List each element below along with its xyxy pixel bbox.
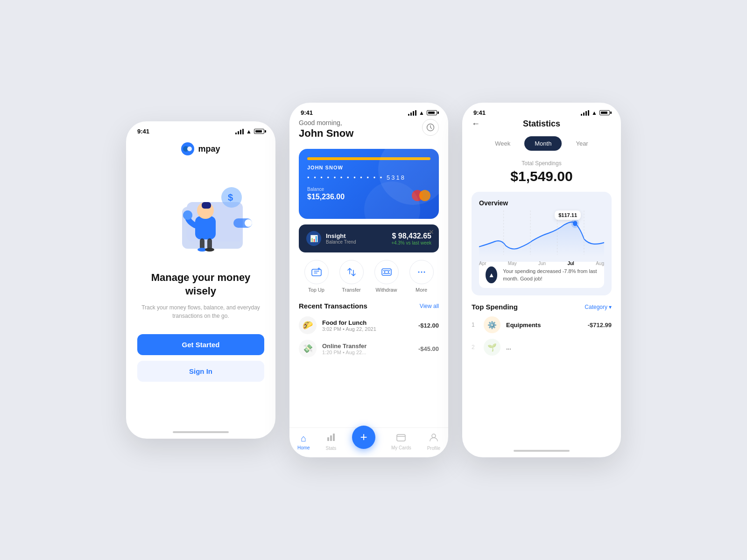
chart-label-jun: Jun (538, 261, 546, 266)
card-balance-label: Balance (307, 187, 345, 192)
svg-rect-29 (397, 434, 405, 441)
category-filter-label: Category (585, 304, 607, 310)
stats-header-row: ← Statistics (472, 119, 612, 129)
transfer-icon (339, 260, 364, 284)
profile-nav-icon (429, 433, 438, 444)
greeting-large: John Snow (299, 127, 353, 140)
qa-withdraw[interactable]: Withdraw (374, 260, 399, 293)
transaction-2[interactable]: 💸 Online Transfer 1:20 PM • Aug 22... -$… (299, 340, 439, 357)
insight-title: Insight (326, 232, 356, 239)
spending-item-2[interactable]: 2 🌱 ... (472, 339, 612, 356)
category-chevron-icon: ▾ (609, 304, 612, 310)
back-button[interactable]: ← (472, 119, 480, 129)
bank-card[interactable]: JOHN SNOW • • • • • • • • • • • • 5318 B… (299, 149, 439, 219)
period-month[interactable]: Month (524, 136, 562, 151)
home-scroll: Good morning, John Snow JOHN SNOW • • • … (289, 119, 448, 427)
spending-rank-1: 1 (472, 322, 478, 328)
mpay-logo-icon (181, 142, 194, 155)
period-week[interactable]: Week (485, 136, 521, 151)
spending-rank-2: 2 (472, 344, 478, 350)
chart-area: $117.11 (479, 210, 604, 262)
more-label: More (416, 287, 427, 293)
status-icons-1: ▲ (235, 128, 264, 135)
txn-icon-1: 🌮 (299, 316, 317, 334)
chart-labels: Apr May Jun Jul Aug (479, 261, 604, 266)
time-1: 9:41 (137, 128, 149, 135)
total-label: Total Spendings (472, 160, 612, 167)
chart-label-aug: Aug (596, 261, 604, 266)
stats-title: Statistics (523, 119, 560, 129)
topup-label: Top Up (308, 287, 324, 293)
greeting-area: Good morning, John Snow (299, 119, 439, 147)
stats-content: ← Statistics Week Month Year Total Spend… (462, 119, 621, 445)
topup-icon (304, 260, 329, 284)
spending-icon-1: ⚙️ (484, 316, 500, 333)
home-nav-label: Home (297, 445, 310, 450)
insight-subtitle: Balance Trend (326, 239, 356, 245)
insight-bottom-text: Your spending decreased -7.8% from last … (503, 267, 598, 283)
insight-right: $ 98,432.65 +4.3% vs last week (391, 232, 431, 245)
svg-rect-10 (202, 202, 211, 209)
card-bottom-row: Balance $15,236.00 (307, 187, 430, 201)
txn-time-2: 1:20 PM • Aug 22... (322, 350, 413, 355)
card-balance-value: $15,236.00 (307, 193, 345, 201)
onboarding-content: mpay $ (126, 138, 275, 427)
onboarding-subtitle: Track your money flows, balance, and eve… (137, 303, 264, 320)
fab-button[interactable]: + (352, 426, 375, 449)
qa-topup[interactable]: Top Up (304, 260, 329, 293)
chart-label-apr: Apr (479, 261, 486, 266)
onboarding-illustration: $ (145, 165, 257, 258)
svg-rect-22 (385, 271, 388, 273)
svg-point-2 (187, 147, 192, 151)
overview-card: Overview $117.11 (472, 192, 612, 295)
home-indicator-3 (514, 450, 570, 452)
time-3: 9:41 (473, 109, 486, 116)
chart-label-jul: Jul (567, 261, 574, 266)
total-spendings: Total Spendings $1,549.00 (472, 160, 612, 184)
wifi-icon-2: ▲ (419, 110, 424, 116)
category-filter-button[interactable]: Category ▾ (585, 304, 612, 310)
svg-rect-8 (195, 216, 216, 239)
chart-label-may: May (508, 261, 517, 266)
sign-in-button[interactable]: Sign In (137, 361, 264, 382)
withdraw-svg (381, 266, 392, 278)
transaction-1[interactable]: 🌮 Food for Lunch 3:02 PM • Aug 22, 2021 … (299, 316, 439, 334)
onboarding-tagline: Manage your money wisely (137, 271, 264, 298)
withdraw-label: Withdraw (376, 287, 397, 293)
svg-point-7 (191, 240, 219, 248)
phone-statistics: 9:41 ▲ ← Statistics Week Month Year Tota… (462, 103, 621, 457)
total-amount: $1,549.00 (472, 168, 612, 184)
top-spending-title: Top Spending (472, 303, 518, 311)
nav-profile[interactable]: Profile (427, 433, 440, 451)
txn-name-1: Food for Lunch (322, 319, 413, 326)
mpay-logo-text: mpay (198, 144, 220, 154)
transactions-header: Recent Transactions View all (299, 302, 439, 310)
logo-area: mpay (181, 142, 220, 155)
svg-rect-27 (330, 435, 332, 441)
insight-trend-icon: ▲ (486, 266, 497, 283)
spending-name-2: ... (506, 344, 606, 351)
qa-more[interactable]: More (409, 260, 434, 293)
view-all-button[interactable]: View all (420, 303, 439, 309)
cards-nav-icon (396, 433, 406, 444)
svg-point-18 (205, 248, 214, 252)
txn-name-2: Online Transfer (322, 343, 413, 350)
status-icons-2: ▲ (408, 110, 437, 116)
qa-transfer[interactable]: Transfer (339, 260, 364, 293)
stats-nav-icon (326, 433, 336, 444)
period-year[interactable]: Year (565, 136, 598, 151)
get-started-button[interactable]: Get Started (137, 334, 264, 355)
spending-item-1[interactable]: 1 ⚙️ Equipments -$712.99 (472, 316, 612, 333)
svg-point-24 (421, 272, 422, 273)
clock-button[interactable] (422, 119, 439, 136)
stats-nav-label: Stats (325, 446, 336, 451)
insight-close-button[interactable]: ✕ (429, 228, 434, 236)
spending-amount-1: -$712.99 (588, 322, 612, 329)
nav-cards[interactable]: My Cards (391, 433, 411, 450)
insight-trend: +4.3% vs last week (391, 240, 431, 245)
status-bar-1: 9:41 ▲ (126, 121, 275, 138)
card-top-accent (307, 157, 430, 160)
nav-stats[interactable]: Stats (325, 433, 336, 451)
nav-home[interactable]: ⌂ Home (297, 433, 310, 450)
spending-name-1: Equipments (506, 322, 582, 329)
